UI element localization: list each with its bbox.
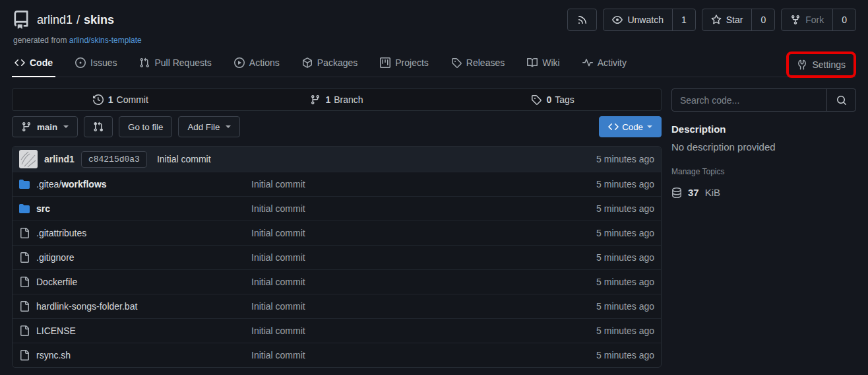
table-row: Dockerfile Initial commit 5 minutes ago: [13, 269, 661, 294]
file-name: Dockerfile: [36, 277, 77, 287]
branches-stat[interactable]: 1 Branch: [229, 89, 445, 110]
repo-size-value: 37: [688, 187, 699, 198]
file-name: src: [36, 203, 50, 214]
commit-message-link[interactable]: Initial commit: [251, 301, 596, 312]
tab-actions[interactable]: Actions: [232, 50, 282, 77]
unwatch-button[interactable]: Unwatch: [604, 9, 671, 30]
compare-button[interactable]: [84, 116, 113, 137]
branch-selector[interactable]: main: [12, 116, 78, 137]
database-icon: [671, 188, 682, 198]
tab-settings[interactable]: Settings: [795, 57, 847, 73]
code-toolbar: main Go to file Add File Code: [12, 116, 662, 137]
file-icon: [19, 228, 30, 238]
tab-label: Wiki: [542, 57, 559, 68]
star-button[interactable]: Star: [702, 9, 752, 30]
tab-packages[interactable]: Packages: [299, 50, 360, 77]
file-table: arlind1 c84215d0a3 Initial commit 5 minu…: [12, 146, 662, 368]
code-icon: [15, 57, 25, 68]
project-board-icon: [380, 57, 390, 68]
repo-main: 1 Commit 1 Branch 0 Tags main: [12, 88, 662, 368]
avatar: [19, 150, 38, 168]
file-icon: [19, 350, 30, 360]
tab-code[interactable]: Code: [12, 50, 55, 77]
file-link[interactable]: src: [36, 203, 50, 214]
tab-label: Projects: [395, 57, 429, 68]
tab-activity[interactable]: Activity: [580, 50, 629, 77]
file-link[interactable]: .gitignore: [36, 252, 75, 263]
repo-stats-bar: 1 Commit 1 Branch 0 Tags: [12, 88, 662, 111]
file-link[interactable]: .gitea/workflows: [36, 179, 107, 189]
file-age: 5 minutes ago: [596, 203, 654, 214]
repo-page: arlind1 / skins Unwatch 1 Star 0: [0, 0, 868, 368]
tab-wiki[interactable]: Wiki: [524, 50, 562, 77]
file-name: workflows: [61, 179, 106, 189]
commit-message-link[interactable]: Initial commit: [251, 350, 596, 360]
code-download-button[interactable]: Code: [599, 116, 662, 137]
add-file-button[interactable]: Add File: [178, 116, 240, 137]
tag-icon: [451, 57, 462, 68]
code-icon: [608, 121, 619, 132]
commit-hash-badge[interactable]: c84215d0a3: [81, 151, 147, 168]
commit-message-link[interactable]: Initial commit: [251, 179, 596, 189]
file-age: 5 minutes ago: [596, 301, 654, 312]
tab-issues[interactable]: Issues: [73, 50, 119, 77]
repo-owner-link[interactable]: arlind1: [37, 13, 73, 27]
commits-stat[interactable]: 1 Commit: [13, 89, 229, 110]
commit-message-link[interactable]: Initial commit: [251, 325, 596, 336]
file-name: hardlink-songs-folder.bat: [36, 301, 137, 312]
commit-author-link[interactable]: arlind1: [44, 154, 75, 164]
tab-label: Activity: [598, 57, 627, 68]
fork-count[interactable]: 0: [832, 9, 855, 30]
repo-nav: Code Issues Pull Requests Actions Packag…: [12, 50, 856, 77]
table-row: .gitea/workflows Initial commit 5 minute…: [13, 172, 661, 196]
tools-icon: [797, 59, 807, 70]
tab-projects[interactable]: Projects: [377, 50, 431, 77]
chevron-down-icon: [647, 125, 652, 128]
file-age: 5 minutes ago: [596, 228, 654, 238]
manage-topics-link[interactable]: Manage Topics: [671, 167, 725, 176]
repo-size-unit: KiB: [705, 187, 720, 198]
watch-count[interactable]: 1: [672, 9, 695, 30]
commit-message-link[interactable]: Initial commit: [251, 252, 596, 263]
table-row: LICENSE Initial commit 5 minutes ago: [13, 318, 661, 343]
file-age: 5 minutes ago: [596, 277, 654, 287]
search-button[interactable]: [826, 89, 855, 111]
play-circle-icon: [234, 57, 245, 68]
commit-message-link[interactable]: Initial commit: [251, 228, 596, 238]
file-link[interactable]: .gitattributes: [36, 228, 86, 238]
tab-label: Settings: [812, 59, 846, 70]
star-label: Star: [726, 15, 743, 25]
tags-stat[interactable]: 0 Tags: [445, 89, 661, 110]
star-count[interactable]: 0: [751, 9, 774, 30]
commit-message-link[interactable]: Initial commit: [157, 154, 211, 164]
rss-button[interactable]: [567, 9, 597, 31]
tab-label: Issues: [90, 57, 117, 68]
file-link[interactable]: LICENSE: [36, 325, 76, 336]
tab-pull-requests[interactable]: Pull Requests: [137, 50, 214, 77]
code-search: [671, 88, 856, 112]
page-title: arlind1 / skins: [37, 13, 114, 27]
fork-button[interactable]: Fork: [782, 9, 832, 30]
description-text: No description provided: [671, 141, 856, 153]
branch-label: Branch: [334, 94, 363, 105]
commit-message-link[interactable]: Initial commit: [251, 203, 596, 214]
tab-releases[interactable]: Releases: [449, 50, 507, 77]
rss-icon: [577, 15, 588, 25]
file-age: 5 minutes ago: [596, 350, 654, 360]
template-repo-link[interactable]: arlind/skins-template: [69, 36, 142, 45]
repo-icon: [12, 11, 30, 29]
commit-message-link[interactable]: Initial commit: [251, 277, 596, 287]
star-icon: [711, 15, 722, 25]
search-icon: [836, 95, 847, 106]
file-link[interactable]: Dockerfile: [36, 277, 77, 287]
eye-icon: [612, 15, 623, 25]
git-compare-icon: [93, 121, 104, 132]
go-to-file-button[interactable]: Go to file: [119, 116, 172, 137]
table-row: src Initial commit 5 minutes ago: [13, 196, 661, 221]
file-link[interactable]: hardlink-songs-folder.bat: [36, 301, 137, 312]
star-button-group: Star 0: [702, 9, 775, 31]
search-input[interactable]: [672, 89, 826, 111]
file-link[interactable]: rsync.sh: [36, 350, 71, 360]
path-prefix: .gitea/: [36, 179, 61, 189]
repo-name-link[interactable]: skins: [84, 13, 114, 27]
